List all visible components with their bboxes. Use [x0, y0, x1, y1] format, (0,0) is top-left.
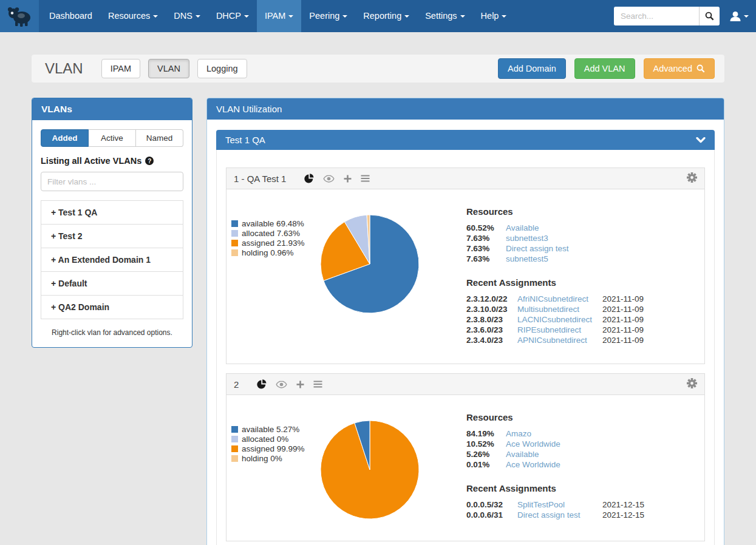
add-button[interactable] — [296, 381, 304, 388]
legend-item: assigned 99.99% — [231, 444, 319, 453]
eye-icon — [276, 381, 287, 388]
assignment-row: 0.0.0.6/31Direct assign test2021-12-15 — [466, 510, 700, 520]
resource-link[interactable]: Ace Worldwide — [506, 439, 560, 449]
view-tab-ipam[interactable]: IPAM — [101, 59, 140, 78]
panda-logo-icon — [7, 5, 32, 27]
listing-label: Listing all Active VLANs ? — [41, 156, 183, 166]
nav-label: DNS — [174, 11, 192, 21]
assignment-date: 2021-12-15 — [602, 500, 644, 509]
resource-link[interactable]: Ace Worldwide — [506, 460, 560, 469]
assignment-date: 2021-11-09 — [602, 315, 644, 324]
help-icon[interactable]: ? — [145, 157, 154, 165]
resource-percent: 10.52% — [466, 439, 506, 449]
recent-assignments-heading: Recent Assignments — [466, 483, 700, 493]
assignment-resource-link[interactable]: SplitTestPool — [517, 500, 602, 509]
vlan-list-item[interactable]: + QA2 Domain — [41, 295, 183, 319]
assignments-section: Recent Assignments 2.3.12.0/22AfriNICsub… — [466, 277, 700, 345]
tab-named[interactable]: Named — [136, 129, 183, 147]
card-details: Resources 60.52%Available7.63%subnettest… — [423, 206, 700, 345]
tab-added[interactable]: Added — [41, 129, 89, 147]
assignment-resource-link[interactable]: APNICsubnetdirect — [517, 336, 602, 345]
card-settings — [687, 172, 697, 184]
assignment-resource-link[interactable]: Direct assign test — [517, 510, 602, 520]
legend-swatch-allocated — [231, 230, 238, 237]
vlan-list-item[interactable]: + Default — [41, 271, 183, 295]
pie-legend: available 69.48%allocated 7.63%assigned … — [231, 206, 319, 345]
legend-swatch-assigned — [231, 240, 238, 246]
nav-link-settings[interactable]: Settings — [417, 0, 472, 32]
nav-link-reporting[interactable]: Reporting — [355, 0, 417, 32]
search-button[interactable] — [699, 7, 720, 25]
visibility-button[interactable] — [276, 381, 287, 388]
add-vlan-button[interactable]: Add VLAN — [574, 58, 635, 79]
vlan-list-item[interactable]: + An Extended Domain 1 — [41, 248, 183, 271]
pie-chart-view-button[interactable] — [304, 174, 314, 183]
nav-label: Peering — [309, 11, 339, 21]
list-view-button[interactable] — [361, 175, 370, 182]
resource-row: 0.01%Ace Worldwide — [466, 459, 700, 470]
assignment-resource-link[interactable]: Multisubnetdirect — [517, 305, 602, 314]
chevron-down-icon[interactable] — [696, 137, 706, 143]
nav-item-help[interactable]: Help — [473, 0, 515, 32]
card-body: available 5.27%allocated 0%assigned 99.9… — [226, 395, 704, 541]
nav-item-peering[interactable]: Peering — [301, 0, 355, 32]
nav-link-resources[interactable]: Resources — [100, 0, 166, 32]
tab-active[interactable]: Active — [89, 129, 136, 147]
settings-button[interactable] — [687, 378, 697, 388]
advanced-button[interactable]: Advanced — [644, 58, 715, 79]
provision-logo[interactable] — [0, 0, 39, 32]
card-header: 2 — [226, 374, 704, 395]
view-tab-vlan[interactable]: VLAN — [148, 59, 189, 78]
nav-item-resources[interactable]: Resources — [100, 0, 166, 32]
visibility-button[interactable] — [323, 175, 335, 183]
assignment-resource-link[interactable]: AfriNICsubnetdirect — [517, 294, 602, 303]
card-settings — [687, 378, 697, 390]
resource-link[interactable]: subnettest3 — [506, 234, 548, 243]
nav-link-peering[interactable]: Peering — [301, 0, 355, 32]
nav-item-reporting[interactable]: Reporting — [355, 0, 417, 32]
assignment-resource-link[interactable]: LACNICsubnetdirect — [517, 315, 602, 324]
resource-percent: 60.52% — [466, 223, 506, 232]
search-group — [614, 7, 720, 25]
pie-chart-view-button[interactable] — [257, 379, 267, 389]
nav-link-dns[interactable]: DNS — [166, 0, 208, 32]
resource-link[interactable]: Available — [506, 223, 539, 232]
nav-link-help[interactable]: Help — [473, 0, 515, 32]
assignment-date: 2021-11-09 — [602, 305, 644, 314]
assignment-block: 0.0.0.6/31 — [466, 510, 517, 520]
nav-item-dashboard[interactable]: Dashboard — [41, 0, 100, 32]
view-tab-logging[interactable]: Logging — [197, 59, 247, 78]
nav-link-ipam[interactable]: IPAM — [257, 0, 301, 32]
assignments-list: 0.0.0.5/32SplitTestPool2021-12-150.0.0.6… — [466, 499, 700, 520]
add-button[interactable] — [344, 175, 352, 183]
nav-item-dhcp[interactable]: DHCP — [208, 0, 257, 32]
nav-label: Help — [481, 11, 499, 21]
resource-link[interactable]: subnettest5 — [506, 254, 548, 263]
resource-percent: 84.19% — [466, 429, 506, 438]
nav-link-dashboard[interactable]: Dashboard — [41, 0, 100, 32]
resource-link[interactable]: Available — [506, 450, 539, 459]
content: VLANs Added Active Named Listing all Act… — [32, 98, 724, 545]
nav-item-ipam[interactable]: IPAM — [257, 0, 301, 32]
domain-header[interactable]: Test 1 QA — [216, 130, 715, 150]
settings-button[interactable] — [687, 172, 697, 183]
nav-link-dhcp[interactable]: DHCP — [208, 0, 257, 32]
vlan-list-item[interactable]: + Test 1 QA — [41, 201, 183, 224]
resources-heading: Resources — [466, 206, 700, 217]
vlan-list-item[interactable]: + Test 2 — [41, 224, 183, 248]
nav-label: Reporting — [363, 11, 401, 21]
user-menu[interactable] — [729, 11, 749, 22]
resource-link[interactable]: Amazo — [506, 429, 531, 438]
filter-vlans-input[interactable] — [41, 172, 183, 191]
domain-title: Test 1 QA — [225, 135, 265, 145]
nav-item-settings[interactable]: Settings — [417, 0, 472, 32]
nav-item-dns[interactable]: DNS — [166, 0, 208, 32]
legend-text: allocated 7.63% — [242, 229, 300, 238]
add-domain-button[interactable]: Add Domain — [498, 58, 566, 79]
assignment-resource-link[interactable]: RIPEsubnetdirect — [517, 325, 602, 334]
list-view-button[interactable] — [313, 381, 322, 388]
pie-chart — [319, 206, 423, 345]
caret-down-icon — [404, 15, 409, 18]
search-input[interactable] — [614, 7, 699, 25]
resource-link[interactable]: Direct assign test — [506, 244, 569, 253]
